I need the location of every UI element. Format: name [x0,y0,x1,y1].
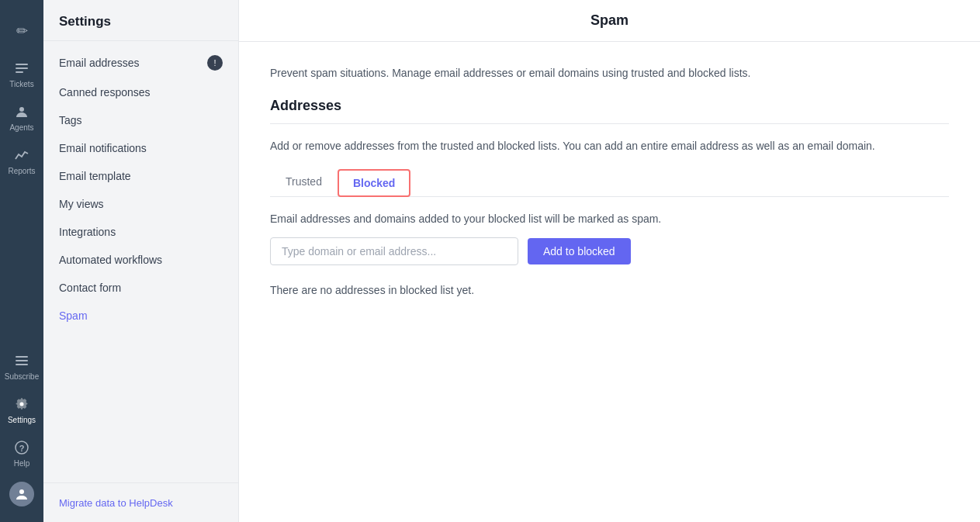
svg-rect-1 [16,67,28,69]
tabs-row: Trusted Blocked [270,168,949,197]
sidebar-item-email-notifications[interactable]: Email notifications [43,134,238,162]
domain-input[interactable] [270,237,518,265]
svg-rect-2 [16,71,23,73]
sidebar-item-email-addresses[interactable]: Email addresses ! [43,47,238,78]
svg-point-10 [19,489,24,494]
tab-trusted[interactable]: Trusted [270,168,338,197]
reports-label: Reports [8,168,35,175]
sidebar-item-canned-responses[interactable]: Canned responses [43,78,238,106]
nav-tickets[interactable]: Tickets [0,53,43,96]
svg-rect-5 [16,360,28,361]
input-row: Add to blocked [270,237,949,265]
sidebar-item-tags[interactable]: Tags [43,106,238,134]
main-body: Prevent spam situations. Manage email ad… [239,42,980,522]
nav-help[interactable]: ? Help [0,432,43,475]
svg-rect-6 [16,364,28,365]
migrate-link[interactable]: Migrate data to HelpDesk [59,497,173,509]
tickets-label: Tickets [9,81,33,88]
subscribe-icon [14,353,29,371]
icon-nav: ✏ Tickets Agents Reports [0,0,43,522]
nav-settings[interactable]: Settings [0,389,43,432]
nav-reports[interactable]: Reports [0,140,43,183]
agents-icon [14,104,29,122]
empty-blocked-text: There are no addresses in blocked list y… [270,284,949,296]
nav-agents[interactable]: Agents [0,96,43,140]
sidebar-item-spam[interactable]: Spam [43,302,238,330]
sidebar-nav: Email addresses ! Canned responses Tags … [43,41,238,482]
blocked-description: Email addresses and domains added to you… [270,213,949,225]
sidebar-item-integrations[interactable]: Integrations [43,218,238,246]
page-title: Spam [590,12,629,28]
section-title: Addresses [270,98,949,114]
sidebar-item-label-integrations: Integrations [59,226,116,238]
sidebar: Settings Email addresses ! Canned respon… [43,0,239,522]
sidebar-item-label-email-template: Email template [59,170,131,182]
nav-subscribe[interactable]: Subscribe [0,345,43,389]
tab-blocked[interactable]: Blocked [338,169,410,197]
add-to-blocked-button[interactable]: Add to blocked [528,238,631,264]
help-icon: ? [14,440,29,458]
sidebar-item-contact-form[interactable]: Contact form [43,274,238,302]
sidebar-item-label-email-addresses: Email addresses [59,57,140,69]
settings-label: Settings [8,417,36,424]
email-addresses-badge: ! [207,55,223,71]
sidebar-item-label-email-notifications: Email notifications [59,142,147,154]
nav-edit[interactable]: ✏ [0,9,43,53]
settings-icon [14,396,29,414]
sidebar-item-automated-workflows[interactable]: Automated workflows [43,246,238,274]
svg-text:?: ? [19,444,25,453]
subscribe-label: Subscribe [5,373,39,381]
description-text: Prevent spam situations. Manage email ad… [270,67,949,79]
svg-point-3 [19,107,24,112]
tab-blocked-label: Blocked [353,177,395,189]
sidebar-item-my-views[interactable]: My views [43,190,238,218]
tab-trusted-label: Trusted [286,175,322,188]
agents-label: Agents [9,124,33,132]
avatar[interactable] [9,482,34,506]
section-description: Add or remove addresses from the trusted… [270,140,949,152]
main-content: Spam Prevent spam situations. Manage ema… [239,0,980,522]
sidebar-item-label-my-views: My views [59,198,104,210]
help-label: Help [14,460,30,468]
svg-rect-4 [16,356,28,358]
svg-rect-0 [16,64,28,65]
sidebar-item-label-contact-form: Contact form [59,282,121,294]
section-divider [270,123,949,124]
sidebar-item-label-canned-responses: Canned responses [59,86,151,99]
sidebar-footer: Migrate data to HelpDesk [43,482,238,522]
sidebar-title: Settings [43,0,238,41]
edit-icon: ✏ [16,24,28,38]
sidebar-item-label-automated-workflows: Automated workflows [59,254,162,266]
sidebar-item-label-spam: Spam [59,309,88,322]
sidebar-item-label-tags: Tags [59,114,82,126]
tickets-icon [14,60,29,78]
page-header: Spam [239,0,980,42]
sidebar-item-email-template[interactable]: Email template [43,162,238,190]
reports-icon [14,147,29,165]
